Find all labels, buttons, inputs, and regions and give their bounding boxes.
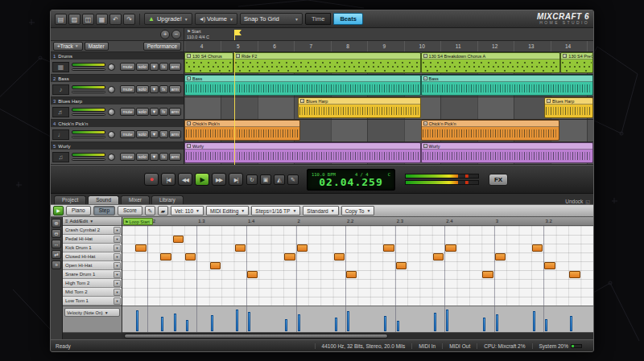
track-dropdown-button[interactable]: ▼ [150,108,159,116]
clip[interactable]: ×Blues Harp [544,97,593,118]
velocity-bar[interactable] [285,319,287,331]
midi-note[interactable] [160,253,171,260]
piano-mode-button[interactable]: Piano [66,206,91,215]
undock-button[interactable]: Undock ◱ [565,199,590,204]
metronome-button[interactable]: ◭ [274,174,285,185]
zoom-out-icon[interactable]: ⊖ [52,229,61,238]
start-marker[interactable]: ⚑Start 110.0 4/4 C [187,29,209,40]
performance-button[interactable]: Performance [143,42,181,51]
velocity-bar[interactable] [483,318,485,331]
video-button[interactable]: ▣ [260,174,271,185]
rewind-button[interactable]: ◀◀ [178,173,192,186]
snap-to-grid-dropdown[interactable]: Snap To Grid ▼ [240,13,303,25]
clip-close-icon[interactable]: × [187,76,191,80]
marker-timeline[interactable]: ⚑Start 110.0 4/4 C [184,28,593,40]
velocity-bar[interactable] [186,320,188,331]
midi-note[interactable] [569,271,580,278]
scrollbar-handle[interactable] [124,334,388,338]
chevron-down-icon[interactable]: ▼ [114,262,121,269]
drum-row-label[interactable]: Open Hi-Hat▼ [63,261,122,270]
time-button[interactable]: Time [305,13,331,25]
track-fx-button[interactable]: fx [159,108,167,116]
zoom-in-button[interactable]: + [160,30,170,39]
velocity-bar[interactable] [211,315,213,331]
track-mute-button[interactable]: mute [120,130,134,138]
velocity-bar[interactable] [174,314,176,331]
pan-knob[interactable] [108,131,115,138]
drum-row-label[interactable]: Closed Hi-Hat▼ [63,252,122,261]
drum-row-label[interactable]: Crash Cymbal 2▼ [63,226,122,235]
swap-icon[interactable]: ⇄ [52,250,61,259]
chevron-down-icon[interactable]: ▼ [114,244,121,252]
clip-close-icon[interactable]: × [423,121,427,125]
clip-close-icon[interactable]: × [187,54,191,58]
add-track-button[interactable]: +Track ▼ [53,42,83,51]
midi-note[interactable] [532,244,543,252]
fx-button[interactable]: FX [489,174,508,186]
midi-note[interactable] [173,236,184,243]
clip[interactable]: ×130 S4 Chorus [184,52,233,73]
add-edit-button[interactable]: ≡ Add/Edit ▼ [63,217,122,226]
track-solo-button[interactable]: solo [136,85,149,93]
tab-project[interactable]: Project [54,195,86,204]
groove-dropdown[interactable]: Standard ▼ [303,206,338,215]
chevron-down-icon[interactable]: ▼ [114,253,121,260]
pencil-icon[interactable]: ✎ [145,206,155,215]
zoom-out-button[interactable]: − [171,30,181,39]
midi-note[interactable] [495,253,506,260]
midi-note[interactable] [185,253,196,260]
velocity-field[interactable]: Vel: 110 ▼ [171,206,204,215]
track-solo-button[interactable]: solo [136,108,149,116]
pan-knob[interactable] [108,154,115,161]
track-arm-button[interactable]: arm [169,130,181,138]
open-project-icon[interactable]: ▨ [68,14,80,25]
save-project-icon[interactable]: ◫ [82,14,94,25]
track-mute-button[interactable]: mute [120,85,134,93]
velocity-bar[interactable] [384,316,386,331]
fast-forward-button[interactable]: ▶▶ [212,173,226,186]
velocity-bar[interactable] [347,311,349,331]
velocity-bar[interactable] [161,317,163,331]
track-lane[interactable]: ×Wurly×Wurly [184,142,593,164]
track-solo-button[interactable]: solo [136,63,149,71]
clip[interactable]: ×Chick'n Pick'n [421,120,560,141]
track-dropdown-button[interactable]: ▼ [150,153,159,161]
velocity-bar[interactable] [570,316,572,331]
clip-close-icon[interactable]: × [300,99,304,103]
track-dropdown-button[interactable]: ▼ [150,130,159,138]
automation-button[interactable]: ✎ [287,174,299,185]
pan-knob[interactable] [108,109,115,116]
midi-note[interactable] [544,262,555,269]
drum-row-label[interactable]: Pedal Hi-Hat▼ [63,235,122,244]
chevron-down-icon[interactable]: ▼ [114,297,121,305]
tab-sound[interactable]: Sound [88,195,119,204]
track-fx-button[interactable]: fx [159,130,167,138]
horizontal-scrollbar[interactable] [122,332,593,339]
volume-slider[interactable] [72,85,105,89]
clip-close-icon[interactable]: × [423,144,427,148]
redo-icon[interactable]: ↷ [123,14,135,25]
midi-note[interactable] [396,262,407,269]
beats-button[interactable]: Beats [333,13,362,25]
pan-knob[interactable] [108,86,115,93]
track-solo-button[interactable]: solo [136,130,149,138]
chevron-down-icon[interactable]: ▼ [114,289,121,296]
clip[interactable]: ×130 S4 Breakdown Chorus A [421,52,561,73]
velocity-bar[interactable] [136,310,138,331]
zoom-in-icon[interactable]: ⊕ [52,219,61,228]
track-lane[interactable]: ×130 S4 Chorus×Ride F2×130 S4 Breakdown … [184,52,593,74]
master-button[interactable]: Master [85,42,109,51]
midi-note[interactable] [346,271,357,278]
track-dropdown-button[interactable]: ▼ [150,63,159,71]
upgrade-button[interactable]: ▲ Upgrade! ▼ [144,13,192,25]
undo-icon[interactable]: ↶ [109,14,122,25]
track-arm-button[interactable]: arm [169,108,181,116]
clip-close-icon[interactable]: × [423,54,427,58]
track-arm-button[interactable]: arm [169,85,181,93]
tab-library[interactable]: Library [151,195,184,204]
clip[interactable]: ×Bass [421,75,593,96]
midi-note[interactable] [445,244,456,252]
clip-close-icon[interactable]: × [187,144,191,148]
preview-play-button[interactable]: ▶ [53,206,64,215]
pan-slider[interactable] [72,136,105,138]
